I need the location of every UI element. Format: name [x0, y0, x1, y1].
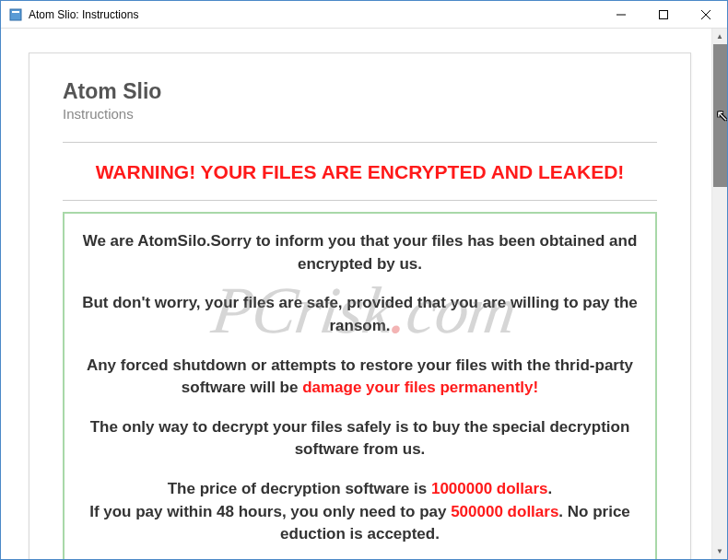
- titlebar[interactable]: Atom Slio: Instructions: [1, 1, 727, 29]
- price-text: 500000 dollars: [451, 503, 558, 520]
- text: The price of decryption software is: [168, 480, 431, 497]
- scroll-thumb[interactable]: [713, 44, 727, 187]
- message-paragraph: But don't worry, your files are safe, pr…: [81, 292, 639, 337]
- message-paragraph: The only way to decrypt your files safel…: [81, 416, 639, 461]
- svg-rect-1: [12, 11, 19, 13]
- svg-rect-3: [660, 10, 668, 18]
- message-paragraph: Any forced shutdown or attempts to resto…: [81, 355, 639, 400]
- svg-rect-0: [10, 9, 21, 20]
- warning-heading: WARNING! YOUR FILES ARE ENCRYPTED AND LE…: [63, 161, 657, 183]
- brand-title: Atom Slio: [63, 79, 657, 104]
- minimize-button[interactable]: [600, 1, 642, 28]
- text: If you pay within 48 hours, you only nee…: [89, 503, 451, 520]
- close-button[interactable]: [685, 1, 727, 28]
- scroll-up-button[interactable]: ▲: [712, 29, 727, 44]
- brand-subtitle: Instructions: [63, 106, 657, 122]
- maximize-button[interactable]: [642, 1, 685, 28]
- app-icon: [8, 7, 23, 22]
- vertical-scrollbar[interactable]: ▲ ▼: [711, 29, 727, 559]
- app-window: Atom Slio: Instructions Atom Slio Instru…: [0, 0, 728, 560]
- window-title: Atom Slio: Instructions: [29, 8, 600, 21]
- instructions-card: Atom Slio Instructions WARNING! YOUR FIL…: [29, 52, 691, 559]
- danger-text: damage your files permanently!: [302, 379, 538, 396]
- window-controls: [600, 1, 727, 28]
- message-paragraph: The price of decryption software is 1000…: [81, 478, 639, 546]
- divider: [63, 200, 657, 201]
- price-text: 1000000 dollars: [431, 480, 548, 497]
- content-wrap: Atom Slio Instructions WARNING! YOUR FIL…: [1, 29, 727, 559]
- message-box: We are AtomSilo.Sorry to inform you that…: [63, 212, 657, 559]
- text: .: [548, 480, 553, 497]
- divider: [63, 142, 657, 143]
- scroll-viewport[interactable]: Atom Slio Instructions WARNING! YOUR FIL…: [1, 29, 711, 559]
- scroll-down-button[interactable]: ▼: [712, 543, 727, 559]
- message-paragraph: We are AtomSilo.Sorry to inform you that…: [81, 230, 639, 275]
